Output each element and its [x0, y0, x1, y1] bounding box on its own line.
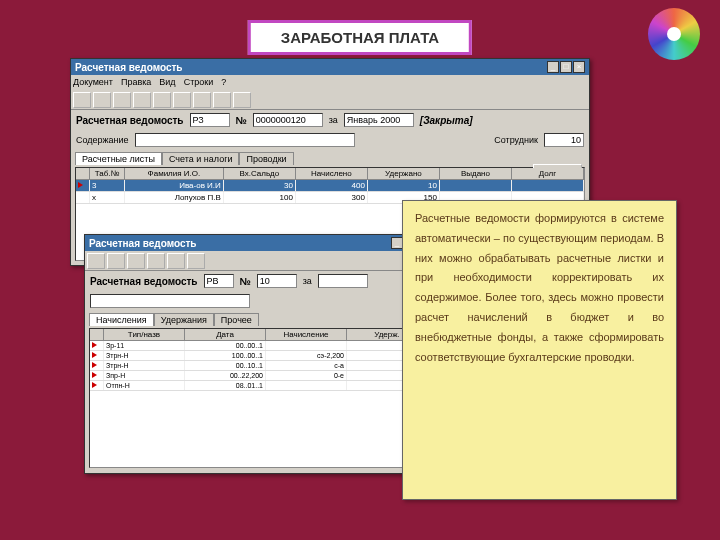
minimize-icon[interactable]: _ [547, 61, 559, 73]
date-label: за [303, 276, 312, 286]
doc-type-field[interactable] [190, 113, 230, 127]
menu-view[interactable]: Вид [159, 77, 175, 88]
cell: х [90, 192, 125, 203]
toolbar-btn[interactable] [147, 253, 165, 269]
toolbar-btn[interactable] [73, 92, 91, 108]
toolbar-btn[interactable] [187, 253, 205, 269]
cell: Отпн-Н [104, 381, 185, 390]
cell: 0-е [266, 371, 347, 380]
col-withheld[interactable]: Удержано [368, 168, 440, 179]
toolbar-btn[interactable] [113, 92, 131, 108]
tabs-detail: Начисления Удержания Прочее [85, 311, 433, 326]
period-field[interactable] [344, 113, 414, 127]
status-badge: [Закрыта] [420, 115, 473, 126]
toolbar-btn[interactable] [173, 92, 191, 108]
titlebar-main[interactable]: Расчетная ведомость _ □ × [71, 59, 589, 75]
menu-lines[interactable]: Строки [184, 77, 214, 88]
col-debt[interactable]: Долг [512, 168, 584, 179]
tabs-main: Расчетные листы Счета и налоги Проводки [71, 150, 589, 165]
tab-postings[interactable]: Проводки [239, 152, 293, 165]
doc-number-field[interactable] [253, 113, 323, 127]
window-title: Расчетная ведомость [75, 62, 183, 73]
titlebar-detail[interactable]: Расчетная ведомость _ □ × [85, 235, 433, 251]
toolbar-btn[interactable] [127, 253, 145, 269]
cell: сэ-2,200 [266, 351, 347, 360]
cell: Зтрн-Н [104, 351, 185, 360]
cell [266, 341, 347, 350]
toolbar-btn[interactable] [87, 253, 105, 269]
desc-field[interactable] [135, 133, 355, 147]
col-tabno[interactable]: Таб.№ [90, 168, 125, 179]
col-marker [76, 168, 90, 179]
tab-accruals[interactable]: Начисления [89, 313, 154, 326]
staff-count-field[interactable] [544, 133, 584, 147]
toolbar-btn[interactable] [107, 253, 125, 269]
description-panel: Расчетные ведомости формируются в систем… [402, 200, 677, 500]
table-row[interactable]: Зпр-Н00..22,2000-е50,0 [90, 371, 428, 381]
col-paid[interactable]: Выдано [440, 168, 512, 179]
toolbar-btn[interactable] [93, 92, 111, 108]
cd-icon [648, 8, 700, 60]
grid-detail[interactable]: Тип/назв Дата Начисление Удерж. Зр-1100.… [89, 328, 429, 468]
window-detail: Расчетная ведомость _ □ × Расчетная ведо… [84, 234, 434, 474]
cell: 100 [224, 192, 296, 203]
tab-other[interactable]: Прочее [214, 313, 259, 326]
toolbar-btn[interactable] [233, 92, 251, 108]
toolbar-btn[interactable] [153, 92, 171, 108]
menubar: Документ Правка Вид Строки ? [71, 75, 589, 90]
doc-number-field[interactable] [257, 274, 297, 288]
table-row[interactable]: 3 Ива-ов И.И 30 400 10 [76, 180, 584, 192]
col-date[interactable]: Дата [185, 329, 266, 340]
cell: 300 [296, 192, 368, 203]
desc-label: Содержание [76, 135, 129, 145]
toolbar [71, 90, 589, 110]
col-accr[interactable]: Начисление [266, 329, 347, 340]
cell: 100..00..1 [185, 351, 266, 360]
row-marker-icon [90, 381, 104, 390]
col-typename[interactable]: Тип/назв [104, 329, 185, 340]
menu-doc[interactable]: Документ [73, 77, 113, 88]
table-row[interactable]: Зр-1100..00..150,0 [90, 341, 428, 351]
col-name[interactable]: Фамилия И.О. [125, 168, 224, 179]
toolbar-btn[interactable] [213, 92, 231, 108]
cell: 00..00..1 [185, 341, 266, 350]
toolbar-btn[interactable] [193, 92, 211, 108]
cell [512, 180, 584, 191]
cell: Ива-ов И.И [125, 180, 224, 191]
desc-field[interactable] [90, 294, 250, 308]
toolbar-btn[interactable] [167, 253, 185, 269]
tab-payroll[interactable]: Расчетные листы [75, 152, 162, 165]
num-label: № [240, 276, 251, 287]
cell: с-а [266, 361, 347, 370]
table-row[interactable]: Отпн-Н08..01..140,0 [90, 381, 428, 391]
maximize-icon[interactable]: □ [560, 61, 572, 73]
tab-deductions[interactable]: Удержания [154, 313, 214, 326]
row-marker-icon [78, 182, 83, 188]
toolbar-btn[interactable] [133, 92, 151, 108]
date-label: за [329, 115, 338, 125]
cell: 00..22,200 [185, 371, 266, 380]
menu-edit[interactable]: Правка [121, 77, 151, 88]
menu-help[interactable]: ? [221, 77, 226, 88]
tab-accounts[interactable]: Счета и налоги [162, 152, 240, 165]
table-row[interactable]: Зтрн-Н00..10..1с-а50,0 [90, 361, 428, 371]
table-row[interactable]: Зтрн-Н100..00..1сэ-2,200130,0 [90, 351, 428, 361]
row-marker-icon [90, 341, 104, 350]
doc-type-field[interactable] [204, 274, 234, 288]
cell: 00..10..1 [185, 361, 266, 370]
col-marker [90, 329, 104, 340]
cell: 400 [296, 180, 368, 191]
row-marker-icon [90, 361, 104, 370]
doc-type-label: Расчетная ведомость [90, 276, 198, 287]
row-marker-icon [90, 351, 104, 360]
cell: 3 [90, 180, 125, 191]
cell: Зр-11 [104, 341, 185, 350]
col-accrued[interactable]: Начислено [296, 168, 368, 179]
cell [440, 180, 512, 191]
slide-title: ЗАРАБОТНАЯ ПЛАТА [248, 20, 472, 55]
period-field[interactable] [318, 274, 368, 288]
cell: Зтрн-Н [104, 361, 185, 370]
col-balance[interactable]: Вх.Сальдо [224, 168, 296, 179]
close-icon[interactable]: × [573, 61, 585, 73]
cell: 08..01..1 [185, 381, 266, 390]
